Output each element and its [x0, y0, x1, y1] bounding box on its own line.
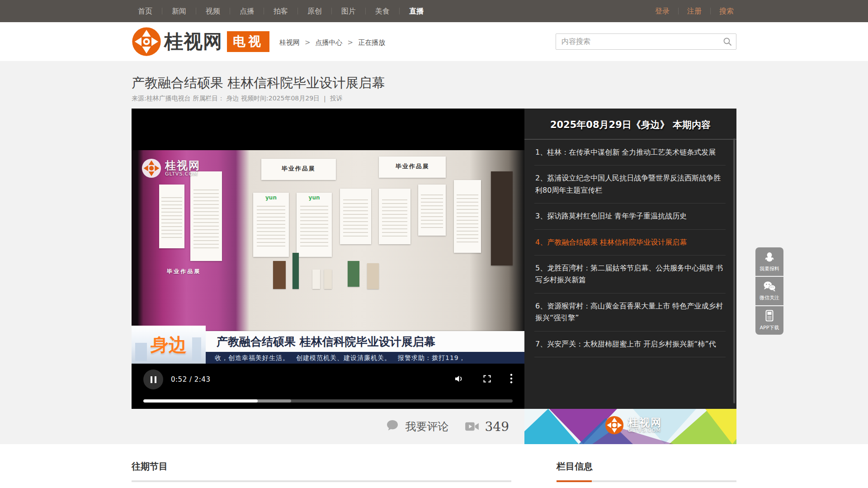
more-options-button[interactable] [510, 374, 513, 385]
banner-pinwheel-icon [605, 416, 624, 435]
video-meta-text: 来源:桂林广播电视台 所属栏目： 身边 视频时间:2025年08月29日 [132, 95, 320, 103]
playlist-item[interactable]: 3、探访路莫村红色旧址 青年学子重温抗战历史 [534, 204, 726, 229]
search-link[interactable]: 搜索 [711, 8, 736, 14]
social-label: 我要报料 [760, 265, 779, 272]
poster [190, 171, 222, 261]
report-link[interactable]: 投诉 [330, 95, 343, 103]
breadcrumb: 桂视网 > 点播中心 > 正在播放 [279, 37, 385, 47]
show-logo-text: 身边 [151, 332, 187, 357]
brand-mark: yun [253, 194, 288, 201]
nav-item-live[interactable]: 直播 [400, 8, 433, 14]
playlist-item[interactable]: 5、龙胜百湾村：第二届姑爷节启幕、公共服务中心揭牌 书写乡村振兴新篇 [534, 256, 726, 294]
banner-label: 毕业作品展 [261, 165, 336, 173]
user-nav: 登录 注册 搜索 [646, 8, 736, 14]
nav-item-original[interactable]: 原创 [298, 8, 332, 14]
banner-logo-text: 桂视网 [628, 417, 662, 428]
product-bag [367, 263, 379, 289]
view-count: 349 [485, 419, 509, 434]
episode-playlist-panel: 2025年08月29日《身边》 本期内容 1、桂林：在传承中谋创新 全力推动工艺… [524, 109, 736, 409]
social-label: 微信关注 [760, 294, 779, 301]
brand-pinwheel-icon [132, 27, 161, 57]
product-bag [273, 261, 286, 289]
wechat-icon [763, 281, 776, 293]
views-camera-icon [465, 421, 479, 432]
watermark-subtitle: GLTVS.COM [165, 171, 200, 177]
report-tip-button[interactable]: 我要报料 [755, 247, 783, 276]
progress-bar[interactable] [143, 399, 513, 403]
pause-button[interactable] [143, 370, 163, 389]
lower-third: 收，创造幸福美好生活。 创建模范机关、建设清廉机关。 报警求助：拨打119， 产… [132, 326, 524, 364]
playlist-item-text: 5、龙胜百湾村：第二届姑爷节启幕、公共服务中心揭牌 书写乡村振兴新篇 [535, 264, 723, 284]
search-icon[interactable] [723, 37, 732, 48]
breadcrumb-vod-center[interactable]: 点播中心 [316, 38, 343, 47]
app-download-button[interactable]: APP下载 [755, 306, 783, 335]
floating-social-bar: 我要报料 微信关注 [755, 247, 783, 335]
banner-logo: 桂视网 GLTVS.COM [605, 416, 662, 435]
playlist-item[interactable]: 7、兴安严关：太秋甜柿甜蜜上市 开启乡村振兴新“柿”代 [534, 332, 726, 357]
wechat-follow-button[interactable]: 微信关注 [755, 277, 783, 305]
breadcrumb-separator: > [305, 38, 311, 47]
engagement-bar: 我要评论 349 [132, 409, 524, 444]
poster [418, 185, 446, 236]
exhibition-banner: 毕业作品展 [261, 159, 336, 180]
nav-item-vod[interactable]: 点播 [230, 8, 264, 14]
playlist-item[interactable]: 1、桂林：在传承中谋创新 全力推动工艺美术链条式发展 [534, 140, 726, 166]
exhibition-wall-label: 毕业作品展 [167, 268, 201, 275]
poster-dark [491, 171, 513, 265]
content-search [556, 33, 736, 50]
poster: yun [253, 193, 288, 257]
video-caption: 产教融合结硕果 桂林信科院毕业设计展启幕 [206, 331, 524, 352]
exhibition-banner: 毕业作品展 [379, 156, 446, 178]
playlist-item-text: 2、荔浦设立纪念中国人民抗日战争暨世界反法西斯战争胜利80周年主题宣传栏 [535, 174, 721, 194]
playlist-item[interactable]: 6、资源猴背村：高山黄金百香果大量上市 特色产业成乡村振兴“强引擎” [534, 294, 726, 332]
main-nav: 首页 新闻 视频 点播 拍客 原创 图片 美食 直播 [132, 8, 433, 14]
social-label: APP下载 [760, 324, 779, 331]
comment-link[interactable]: 我要评论 [406, 419, 449, 434]
login-link[interactable]: 登录 [646, 8, 679, 14]
site-logo[interactable]: 桂视网 电视 [132, 27, 269, 57]
comment-bubble-icon[interactable] [385, 418, 400, 435]
poster [340, 189, 372, 244]
show-logo-block: 身边 [132, 326, 206, 364]
watermark-pinwheel-icon [142, 158, 161, 178]
site-header: 桂视网 电视 桂视网 > 点播中心 > 正在播放 [0, 22, 868, 61]
bottom-sections: 往期节目 栏目信息 [0, 444, 868, 484]
product-bottle [292, 253, 299, 289]
player-controls: 0:52 / 2:43 [132, 364, 524, 409]
playlist-item[interactable]: 4、产教融合结硕果 桂林信科院毕业设计展启幕 [534, 230, 726, 256]
main-content-band: 产教融合结硕果 桂林信科院毕业设计展启幕 来源:桂林广播电视台 所属栏目： 身边… [0, 61, 868, 444]
playlist-item-text: 3、探访路莫村红色旧址 青年学子重温抗战历史 [535, 212, 687, 220]
nav-item-food[interactable]: 美食 [366, 8, 400, 14]
playlist-item-text: 6、资源猴背村：高山黄金百香果大量上市 特色产业成乡村振兴“强引擎” [535, 302, 723, 322]
playlist-item-text: 1、桂林：在传承中谋创新 全力推动工艺美术链条式发展 [535, 148, 716, 156]
playlist-scrollbar[interactable] [733, 138, 735, 403]
search-input[interactable] [556, 33, 736, 50]
promo-banner[interactable]: 桂视网 GLTVS.COM [524, 409, 736, 444]
nav-item-video[interactable]: 视频 [196, 8, 230, 14]
meta-separator: | [324, 95, 326, 102]
breadcrumb-now-playing: 正在播放 [358, 38, 385, 47]
playlist-item-text: 7、兴安严关：太秋甜柿甜蜜上市 开启乡村振兴新“柿”代 [535, 340, 716, 348]
breadcrumb-home[interactable]: 桂视网 [279, 38, 300, 47]
logo-text: 桂视网 [164, 29, 222, 54]
nav-item-home[interactable]: 首页 [132, 8, 162, 14]
video-watermark: 桂视网 GLTVS.COM [142, 158, 200, 178]
volume-button[interactable] [454, 374, 464, 386]
nav-item-news[interactable]: 新闻 [162, 8, 196, 14]
nav-item-pictures[interactable]: 图片 [332, 8, 366, 14]
section-divider-accent [557, 480, 736, 482]
fullscreen-button[interactable] [482, 374, 492, 385]
product-box [348, 261, 359, 287]
video-meta: 来源:桂林广播电视台 所属栏目： 身边 视频时间:2025年08月29日 | 投… [132, 95, 736, 103]
video-frame[interactable]: 毕业作品展 毕业作品展 毕业作品展 yun yun [132, 109, 524, 364]
logo-tv-badge: 电视 [227, 31, 269, 52]
register-link[interactable]: 注册 [679, 8, 711, 14]
nav-item-paike[interactable]: 拍客 [264, 8, 298, 14]
playlist-item[interactable]: 2、荔浦设立纪念中国人民抗日战争暨世界反法西斯战争胜利80周年主题宣传栏 [534, 166, 726, 204]
poster [159, 185, 184, 249]
banner-logo-subtext: GLTVS.COM [628, 428, 662, 433]
page-title: 产教融合结硕果 桂林信科院毕业设计展启幕 [132, 74, 736, 92]
product-cup [324, 270, 332, 289]
past-episodes-title: 往期节目 [132, 460, 511, 473]
top-navigation-bar: 首页 新闻 视频 点播 拍客 原创 图片 美食 直播 登录 注册 搜索 [0, 0, 868, 22]
